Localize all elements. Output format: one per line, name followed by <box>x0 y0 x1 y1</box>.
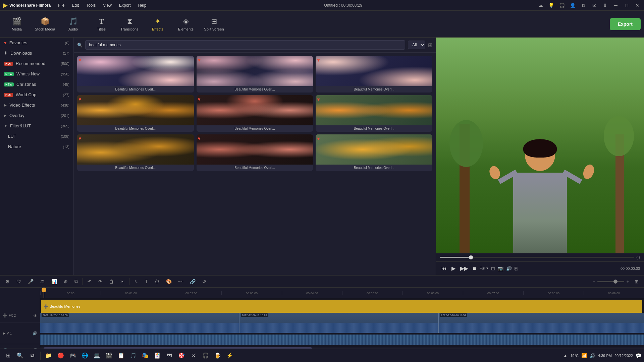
app-icon-13[interactable]: 🍺 <box>212 350 223 361</box>
sidebar-item-world-cup[interactable]: HOT World Cup (27) <box>0 89 73 100</box>
sidebar-item-whats-new[interactable]: NEW What's New (950) <box>0 69 73 79</box>
tool-split-screen[interactable]: ⊞ Split Screen <box>201 12 227 36</box>
screenshot-icon[interactable]: 📷 <box>498 266 503 271</box>
network-icon[interactable]: ▲ <box>563 353 568 358</box>
progress-bar[interactable] <box>440 257 634 258</box>
delete-button[interactable]: 🗑 <box>107 278 116 285</box>
bulb-icon[interactable]: 💡 <box>547 1 555 9</box>
app-icon-3[interactable]: 💻 <box>92 350 102 361</box>
effect-card-2[interactable]: ♥ Beautiful Memories Overl... <box>197 56 313 93</box>
tool-audio[interactable]: 🎵 Audio <box>60 12 87 36</box>
redo-button[interactable]: ↷ <box>96 278 104 285</box>
sidebar-item-lut[interactable]: LUT (108) <box>0 131 73 141</box>
search-taskbar-icon[interactable]: 🔍 <box>15 350 25 361</box>
export-button[interactable]: Export <box>610 18 641 30</box>
app-icon-10[interactable]: 🎯 <box>176 350 187 361</box>
effect-card-9[interactable]: ♥ Beautiful Memories Overl... <box>316 134 432 171</box>
sidebar-item-recommended[interactable]: HOT Recommended (500) <box>0 58 73 69</box>
app-icon-2[interactable]: 🎮 <box>67 350 78 361</box>
sidebar-item-filter-lut[interactable]: ▼ Filter&LUT (365) <box>0 121 73 131</box>
video-clip-2[interactable]: 2022-12-20-16:16:23 <box>239 313 439 333</box>
taskview-icon[interactable]: ⧉ <box>27 350 38 361</box>
color-button[interactable]: 🎨 <box>164 278 174 285</box>
account-icon[interactable]: 👤 <box>569 1 577 9</box>
app-icon-6[interactable]: 🎵 <box>128 350 139 361</box>
snap-button[interactable]: ⊞ <box>633 278 641 285</box>
notifications-icon[interactable]: 💬 <box>636 353 641 358</box>
app-icon-1[interactable]: 🔴 <box>55 350 66 361</box>
mail-icon[interactable]: ✉ <box>590 1 598 9</box>
video-track[interactable]: 2022-12-20-16:16:00 2022-12-20-16:16:23 … <box>40 313 644 333</box>
explorer-icon[interactable]: 📁 <box>43 350 54 361</box>
track-speaker-icon[interactable]: 🔊 <box>33 331 37 336</box>
effect-card-7[interactable]: ♥ Beautiful Memories Overl... <box>77 134 194 171</box>
wave-button[interactable]: 〰 <box>176 278 185 285</box>
app-icon-14[interactable]: ⚡ <box>224 350 235 361</box>
audio-track[interactable] <box>40 335 644 345</box>
track-lock-icon[interactable]: 👁 <box>34 314 37 318</box>
maximize-button[interactable]: □ <box>623 1 631 9</box>
play-button[interactable]: ▶ <box>450 264 457 273</box>
close-button[interactable]: ✕ <box>633 1 641 9</box>
app-icon-5[interactable]: 📋 <box>116 350 126 361</box>
app-icon-4[interactable]: 🎬 <box>104 350 114 361</box>
effect-card-3[interactable]: ♥ Beautiful Memories Overl... <box>316 56 432 93</box>
app-icon-9[interactable]: 🗺 <box>164 350 175 361</box>
menu-file[interactable]: File <box>55 2 68 8</box>
zoom-slider[interactable] <box>597 281 624 282</box>
fx-track[interactable]: ➕ Beautifu Memories <box>41 300 642 313</box>
add-button[interactable]: ⊕ <box>62 278 70 285</box>
tool-titles[interactable]: T Titles <box>88 12 115 36</box>
effect-card-8[interactable]: ♥ Beautiful Memories Overl... <box>197 134 313 171</box>
download-icon[interactable]: ⬇ <box>601 1 609 9</box>
app-icon-7[interactable]: 🎭 <box>140 350 151 361</box>
skip-forward-button[interactable]: ▶▶ <box>459 264 470 273</box>
fit-screen-icon[interactable]: ⊡ <box>491 266 495 271</box>
app-icon-12[interactable]: 🎧 <box>200 350 211 361</box>
app-icon-8[interactable]: 🃏 <box>152 350 163 361</box>
stop-button[interactable]: ■ <box>472 264 478 273</box>
share-icon[interactable]: ⎘ <box>515 266 517 271</box>
app-icon-11[interactable]: ⚔ <box>188 350 199 361</box>
menu-edit[interactable]: Edit <box>68 2 82 8</box>
menu-tools[interactable]: Tools <box>83 2 99 8</box>
adjust-button[interactable]: ⚖ <box>38 278 47 285</box>
rotate-button[interactable]: ↺ <box>200 278 208 285</box>
skip-back-button[interactable]: ⏮ <box>440 264 448 273</box>
tool-stock-media[interactable]: 📦 Stock Media <box>32 12 58 36</box>
zoom-in-icon[interactable]: ＋ <box>626 279 630 285</box>
tool-media[interactable]: 🎬 Media <box>3 12 30 36</box>
effect-card-4[interactable]: ♥ Beautiful Memories Overl... <box>77 95 194 132</box>
connect-button[interactable]: ⧉ <box>72 278 80 285</box>
menu-help[interactable]: Help <box>135 2 150 8</box>
mic-button[interactable]: 🎤 <box>26 278 36 285</box>
effect-card-5[interactable]: ♥ Beautiful Memories Overl... <box>197 95 313 132</box>
sidebar-item-nature[interactable]: Nature (13) <box>0 141 73 152</box>
zoom-out-icon[interactable]: － <box>592 279 596 285</box>
sidebar-item-christmas[interactable]: NEW Christmas (45) <box>0 79 73 89</box>
menu-view[interactable]: View <box>100 2 115 8</box>
filter-select[interactable]: All <box>408 41 425 49</box>
wifi-icon[interactable]: 📶 <box>581 353 587 358</box>
sidebar-item-video-effects[interactable]: ▶ Video Effects (438) <box>0 100 73 110</box>
tool-elements[interactable]: ◈ Elements <box>172 12 199 36</box>
sidebar-item-downloads[interactable]: ⬇ Downloads (17) <box>0 48 73 58</box>
sound-icon[interactable]: 🔊 <box>590 353 595 358</box>
search-input[interactable] <box>85 40 405 50</box>
headphone-icon[interactable]: 🎧 <box>558 1 566 9</box>
cursor-button[interactable]: ↖ <box>132 278 140 285</box>
shield-button[interactable]: 🛡 <box>14 278 23 285</box>
effect-card-1[interactable]: ♥ Beautiful Memories Overl... <box>77 56 194 93</box>
speaker-icon[interactable]: 🔊 <box>506 266 512 271</box>
speed-button[interactable]: ⏱ <box>153 278 161 285</box>
text-button[interactable]: T <box>143 278 150 285</box>
audio-meter-button[interactable]: 📊 <box>49 278 59 285</box>
menu-export[interactable]: Export <box>116 2 134 8</box>
cloud-icon[interactable]: ☁ <box>537 1 545 9</box>
video-clip-3[interactable]: 2022-12-20-16:16:51 <box>439 313 644 333</box>
sidebar-item-favorites[interactable]: ♥ Favorites (0) <box>0 38 73 48</box>
start-button[interactable]: ⊞ <box>3 350 13 361</box>
undo-button[interactable]: ↶ <box>86 278 94 285</box>
tool-transitions[interactable]: ⧗ Transitions <box>116 12 143 36</box>
magnet-button[interactable]: 🔗 <box>188 278 198 285</box>
